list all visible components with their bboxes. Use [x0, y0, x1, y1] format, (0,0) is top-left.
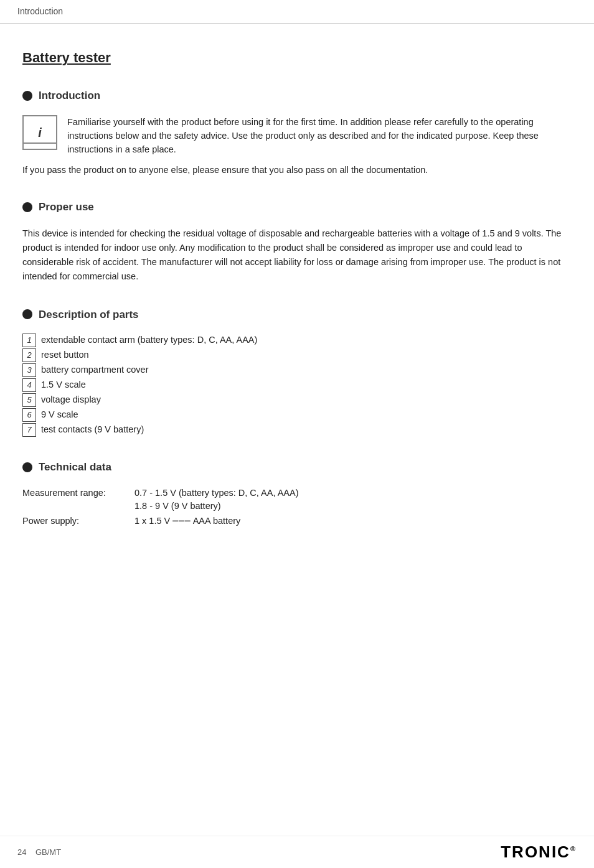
- footer-locale: GB/MT: [35, 847, 61, 857]
- proper-use-bullet-icon: [22, 202, 32, 212]
- breadcrumb: Introduction: [0, 0, 594, 24]
- tech-value-line: 1.8 - 9 V (9 V battery): [134, 500, 299, 513]
- tech-value: 0.7 - 1.5 V (battery types: D, C, AA, AA…: [134, 487, 299, 514]
- introduction-content: i Familiarise yourself with the product …: [22, 115, 572, 157]
- tech-value-line: 0.7 - 1.5 V (battery types: D, C, AA, AA…: [134, 487, 299, 500]
- technical-bullet-icon: [22, 462, 32, 472]
- list-item: 1extendable contact arm (battery types: …: [22, 334, 572, 347]
- proper-use-heading: Proper use: [22, 199, 572, 215]
- info-icon: i: [38, 126, 42, 139]
- tech-data-row: Power supply:1 x 1.5 V ─── AAA battery: [22, 515, 572, 528]
- introduction-section: Introduction i Familiarise yourself with…: [22, 88, 572, 177]
- technical-section: Technical data Measurement range:0.7 - 1…: [22, 459, 572, 528]
- technical-table: Measurement range:0.7 - 1.5 V (battery t…: [22, 487, 572, 528]
- introduction-heading: Introduction: [22, 88, 572, 104]
- tech-data-row: Measurement range:0.7 - 1.5 V (battery t…: [22, 487, 572, 514]
- list-item: 41.5 V scale: [22, 378, 572, 392]
- list-item: 7test contacts (9 V battery): [22, 423, 572, 437]
- description-heading: Description of parts: [22, 307, 572, 323]
- part-number: 3: [22, 363, 36, 377]
- page-footer: 24 GB/MT TRONIC®: [0, 836, 594, 868]
- part-label: extendable contact arm (battery types: D…: [41, 334, 257, 347]
- parts-list: 1extendable contact arm (battery types: …: [22, 334, 572, 437]
- proper-use-heading-text: Proper use: [39, 199, 94, 215]
- part-number: 1: [22, 334, 36, 347]
- list-item: 69 V scale: [22, 408, 572, 422]
- breadcrumb-label: Introduction: [17, 6, 63, 16]
- part-number: 2: [22, 348, 36, 362]
- footer-brand-name: TRONIC: [501, 842, 570, 861]
- footer-page-info: 24 GB/MT: [17, 846, 61, 859]
- footer-trademark: ®: [570, 845, 577, 852]
- introduction-pass-on-text: If you pass the product on to anyone els…: [22, 163, 572, 177]
- part-label: voltage display: [41, 393, 101, 407]
- technical-heading-text: Technical data: [39, 459, 111, 475]
- part-label: 9 V scale: [41, 408, 78, 422]
- main-content: Battery tester Introduction i Familiaris…: [0, 24, 594, 600]
- tech-label: Measurement range:: [22, 487, 134, 500]
- part-number: 4: [22, 378, 36, 392]
- tech-value-line: 1 x 1.5 V ─── AAA battery: [134, 515, 240, 528]
- introduction-body-text: Familiarise yourself with the product be…: [67, 115, 572, 157]
- footer-page-number: 24: [17, 847, 26, 857]
- list-item: 5voltage display: [22, 393, 572, 407]
- part-label: battery compartment cover: [41, 363, 148, 377]
- list-item: 2reset button: [22, 348, 572, 362]
- description-heading-text: Description of parts: [39, 307, 139, 323]
- introduction-bullet-icon: [22, 91, 32, 101]
- part-label: 1.5 V scale: [41, 378, 86, 392]
- info-icon-box: i: [22, 115, 57, 150]
- proper-use-section: Proper use This device is intended for c…: [22, 199, 572, 284]
- description-section: Description of parts 1extendable contact…: [22, 307, 572, 437]
- technical-heading: Technical data: [22, 459, 572, 475]
- product-title: Battery tester: [22, 47, 572, 68]
- footer-brand: TRONIC®: [501, 840, 577, 864]
- part-label: reset button: [41, 348, 89, 362]
- description-bullet-icon: [22, 309, 32, 319]
- list-item: 3battery compartment cover: [22, 363, 572, 377]
- introduction-heading-text: Introduction: [39, 88, 100, 104]
- part-label: test contacts (9 V battery): [41, 423, 144, 437]
- part-number: 5: [22, 393, 36, 407]
- tech-label: Power supply:: [22, 515, 134, 528]
- proper-use-body-text: This device is intended for checking the…: [22, 226, 572, 284]
- part-number: 6: [22, 408, 36, 422]
- part-number: 7: [22, 423, 36, 437]
- tech-value: 1 x 1.5 V ─── AAA battery: [134, 515, 240, 528]
